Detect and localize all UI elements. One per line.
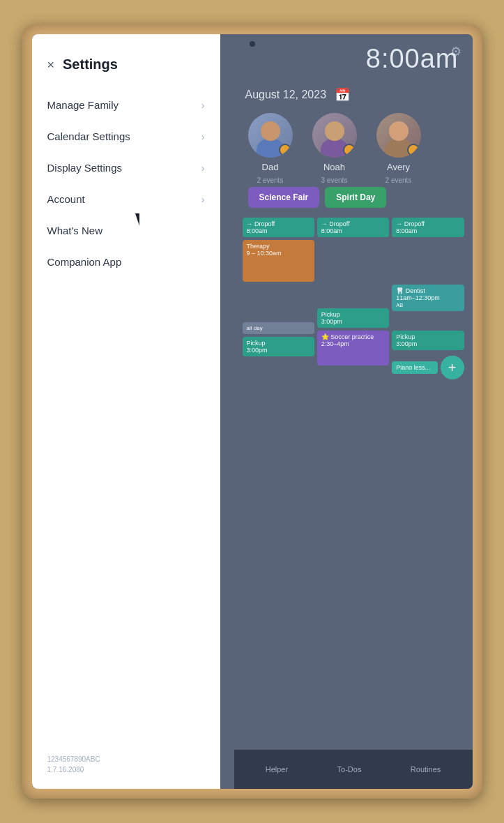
tab-routines[interactable]: Routines (411, 765, 441, 773)
settings-panel: × Settings Manage Family › Calendar Sett… (32, 34, 220, 789)
menu-label-manage-family: Manage Family (47, 99, 119, 111)
cal-event-pickup-3[interactable]: Pickup3:00pm (392, 331, 464, 350)
time-display: 8:00am (366, 44, 459, 74)
menu-label-whats-new: What's New (47, 225, 103, 236)
menu-item-display-settings[interactable]: Display Settings › (32, 152, 220, 183)
cal-event-pickup-1[interactable]: Pickup3:00pm (243, 337, 314, 356)
event-spirit-day[interactable]: Spirit Day (325, 187, 386, 208)
camera-dot (250, 41, 255, 47)
add-event-button[interactable]: + (441, 356, 464, 379)
avatar-name-avery: Avery (387, 162, 410, 172)
cal-event-pickup-2[interactable]: Pickup3:00pm (317, 308, 389, 328)
avatar-sub-dad: 2 events (257, 176, 284, 184)
cal-event-dropoff-3[interactable]: → Dropoff8:00am (392, 218, 464, 237)
tab-helper[interactable]: Helper (266, 765, 288, 773)
avatar-noah[interactable]: Noah 3 events (312, 113, 357, 184)
close-button[interactable]: × (47, 59, 55, 71)
events-row: Science Fair Spirit Day (234, 184, 473, 211)
cal-event-dentist[interactable]: 🦷 Dentist11am–12:30pmAB (392, 285, 464, 311)
settings-menu: Manage Family › Calendar Settings › Disp… (32, 84, 220, 746)
date-text: August 12, 2023 (245, 89, 327, 101)
menu-item-account[interactable]: Account › (32, 183, 220, 215)
menu-item-companion-app[interactable]: Companion App (32, 246, 220, 278)
avatar-sub-noah: 3 events (321, 176, 348, 184)
avatar-sub-avery: 2 events (385, 176, 412, 184)
cal-event-piano[interactable]: Piano less... (392, 361, 437, 374)
avatar-dad[interactable]: Dad 2 events (248, 113, 293, 184)
cal-event-dropoff-2[interactable]: → Dropoff8:00am (317, 218, 389, 237)
menu-label-calendar-settings: Calendar Settings (47, 130, 130, 142)
avatar-row: Dad 2 events Noah 3 events (234, 107, 473, 190)
menu-item-whats-new[interactable]: What's New (32, 215, 220, 246)
tab-todos[interactable]: To-Dos (337, 765, 362, 773)
cal-event-soccer[interactable]: ⭐ Soccer practice2:30–4pm (317, 331, 389, 365)
settings-header: × Settings (32, 34, 220, 84)
cal-event-something[interactable]: all day (243, 322, 314, 334)
menu-label-account: Account (47, 193, 85, 205)
version-number: 1.7.16.2080 (47, 764, 205, 775)
bottom-tabs: Helper To-Dos Routines (234, 750, 473, 789)
avatar-image-dad (248, 113, 293, 158)
menu-item-manage-family[interactable]: Manage Family › (32, 89, 220, 121)
screen: ⚙ 8:00am August 12, 2023 📅 (32, 34, 473, 789)
avatar-name-dad: Dad (262, 162, 279, 172)
date-area: August 12, 2023 📅 (234, 82, 473, 108)
chevron-right-icon: › (201, 100, 205, 111)
menu-label-display-settings: Display Settings (47, 162, 123, 174)
chevron-right-icon: › (201, 131, 205, 142)
version-text: 1234567890ABC (47, 754, 205, 764)
cal-event-dropoff-1[interactable]: → Dropoff8:00am (243, 218, 314, 237)
version-info: 1234567890ABC 1.7.16.2080 (32, 746, 220, 789)
calendar-icon[interactable]: 📅 (335, 87, 350, 103)
cal-event-therapy[interactable]: Therapy9 – 10:30am (243, 240, 314, 282)
avatar-name-noah: Noah (323, 162, 345, 172)
avatar-avery[interactable]: Avery 2 events (376, 113, 421, 184)
avatar-image-avery (376, 113, 421, 158)
chevron-right-icon: › (201, 163, 205, 174)
event-science-fair[interactable]: Science Fair (248, 187, 320, 208)
menu-label-companion-app: Companion App (47, 256, 122, 268)
settings-title: Settings (63, 56, 118, 73)
calendar-grid: → Dropoff8:00am Therapy9 – 10:30am all d… (234, 212, 473, 747)
avatar-image-noah (312, 113, 357, 158)
device-frame: ⚙ 8:00am August 12, 2023 📅 (22, 24, 482, 799)
chevron-right-icon: › (201, 194, 205, 205)
menu-item-calendar-settings[interactable]: Calendar Settings › (32, 121, 220, 152)
